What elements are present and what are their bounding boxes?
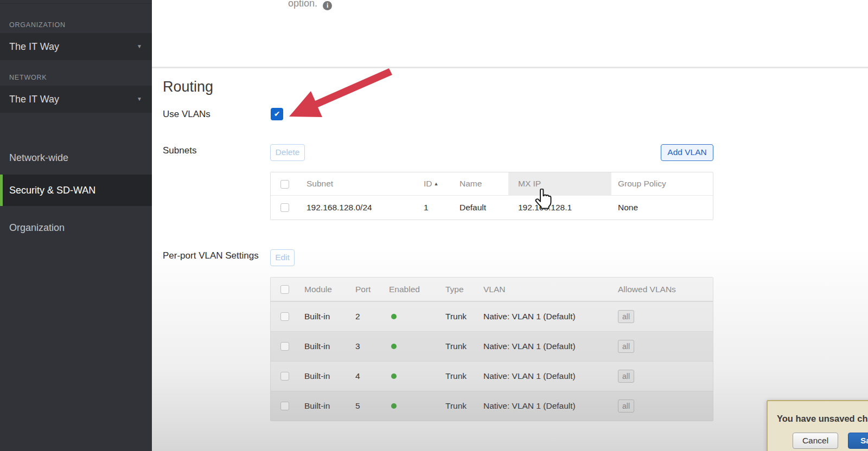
table-row[interactable]: Built-in 3 Trunk Native: VLAN 1 (Default…: [271, 331, 713, 361]
table-row[interactable]: 192.168.128.0/24 1 Default 192.168.128.1…: [271, 196, 713, 220]
group-policy-value: None: [618, 203, 638, 212]
type-value: Trunk: [445, 312, 467, 321]
cancel-button[interactable]: Cancel: [793, 433, 838, 449]
vlan-value: Native: VLAN 1 (Default): [483, 312, 576, 321]
col-header-group-policy[interactable]: Group Policy: [618, 179, 666, 189]
allowed-vlans-badge[interactable]: all: [618, 340, 634, 353]
row-checkbox[interactable]: [280, 342, 289, 351]
enabled-status-dot: [391, 403, 397, 409]
col-header-name[interactable]: Name: [459, 179, 482, 189]
vlan-value: Native: VLAN 1 (Default): [483, 342, 576, 351]
sidebar-item-security-sd-wan[interactable]: Security & SD-WAN: [0, 175, 152, 206]
organization-section-label: ORGANIZATION: [9, 21, 66, 29]
col-header-allowed-vlans[interactable]: Allowed VLANs: [618, 285, 676, 294]
allowed-vlans-badge[interactable]: all: [618, 370, 634, 383]
type-value: Trunk: [445, 342, 467, 351]
page-section-title: Routing: [163, 79, 213, 95]
enabled-status-dot: [391, 344, 397, 349]
module-value: Built-in: [304, 312, 330, 321]
network-section-label: NETWORK: [9, 74, 47, 81]
sort-asc-icon: ▲: [434, 181, 439, 186]
port-value: 4: [355, 371, 360, 381]
vlan-value: Native: VLAN 1 (Default): [483, 371, 576, 381]
type-value: Trunk: [445, 371, 467, 381]
edit-button[interactable]: Edit: [270, 249, 295, 266]
unsaved-changes-message: You have unsaved changes: [777, 414, 868, 424]
use-vlans-label: Use VLANs: [163, 109, 210, 120]
sidebar-item-network-wide[interactable]: Network-wide: [0, 145, 152, 170]
select-all-checkbox[interactable]: [280, 285, 289, 294]
subnet-value: 192.168.128.0/24: [307, 203, 372, 212]
sidebar-divider: [0, 3, 152, 4]
name-value[interactable]: Default: [459, 203, 486, 212]
row-checkbox[interactable]: [280, 203, 289, 212]
col-header-vlan[interactable]: VLAN: [483, 285, 506, 294]
sidebar-item-organization[interactable]: Organization: [0, 215, 152, 240]
port-value: 2: [355, 312, 360, 321]
enabled-status-dot: [391, 373, 397, 379]
row-checkbox[interactable]: [280, 372, 289, 381]
chevron-down-icon: ▼: [137, 33, 142, 60]
col-header-enabled[interactable]: Enabled: [389, 285, 420, 294]
unsaved-changes-banner: You have unsaved changes Cancel Save: [767, 400, 868, 451]
table-row[interactable]: Built-in 5 Trunk Native: VLAN 1 (Default…: [271, 391, 713, 421]
delete-button[interactable]: Delete: [270, 144, 305, 161]
row-checkbox[interactable]: [280, 402, 289, 410]
allowed-vlans-badge[interactable]: all: [618, 400, 634, 413]
network-selector-value: The IT Way: [9, 94, 59, 105]
table-row[interactable]: Built-in 2 Trunk Native: VLAN 1 (Default…: [271, 301, 713, 331]
row-checkbox[interactable]: [280, 312, 289, 321]
subnets-table-header: Subnet ID▲ Name MX IP Group Policy: [271, 172, 713, 196]
port-value: 5: [355, 401, 360, 411]
enabled-status-dot: [391, 314, 397, 319]
info-icon[interactable]: i: [323, 1, 332, 10]
red-arrow-annotation: [279, 66, 396, 125]
organization-selector[interactable]: The IT Way ▼: [0, 33, 152, 60]
network-selector[interactable]: The IT Way ▼: [0, 86, 152, 113]
add-vlan-button[interactable]: Add VLAN: [661, 144, 713, 161]
save-button[interactable]: Save: [848, 433, 868, 449]
organization-selector-value: The IT Way: [9, 41, 59, 52]
per-port-table: Module Port Enabled Type VLAN Allowed VL…: [270, 277, 713, 421]
mouse-cursor-pointer: [534, 189, 552, 209]
port-value: 3: [355, 342, 360, 351]
col-header-id[interactable]: ID▲: [424, 179, 438, 189]
col-header-type[interactable]: Type: [445, 285, 464, 294]
module-value: Built-in: [304, 342, 330, 351]
id-value: 1: [424, 203, 429, 212]
module-value: Built-in: [304, 371, 330, 381]
vlan-value: Native: VLAN 1 (Default): [483, 401, 576, 411]
col-header-port[interactable]: Port: [355, 285, 371, 294]
chevron-down-icon: ▼: [137, 86, 142, 113]
type-value: Trunk: [445, 401, 467, 411]
table-row[interactable]: Built-in 4 Trunk Native: VLAN 1 (Default…: [271, 361, 713, 391]
col-header-module[interactable]: Module: [304, 285, 332, 294]
clipped-option-text: option. i: [288, 0, 332, 10]
per-port-vlan-settings-label: Per-port VLAN Settings: [163, 250, 259, 261]
allowed-vlans-badge[interactable]: all: [618, 310, 634, 323]
select-all-checkbox[interactable]: [280, 180, 289, 189]
sidebar: ORGANIZATION The IT Way ▼ NETWORK The IT…: [0, 0, 152, 451]
section-divider: [152, 67, 868, 68]
col-header-subnet[interactable]: Subnet: [307, 179, 333, 189]
col-header-mx-ip[interactable]: MX IP: [518, 179, 541, 189]
per-port-table-header: Module Port Enabled Type VLAN Allowed VL…: [271, 278, 713, 301]
subnets-table: Subnet ID▲ Name MX IP Group Policy 192.1…: [270, 172, 713, 220]
subnets-label: Subnets: [163, 145, 196, 156]
module-value: Built-in: [304, 401, 330, 411]
